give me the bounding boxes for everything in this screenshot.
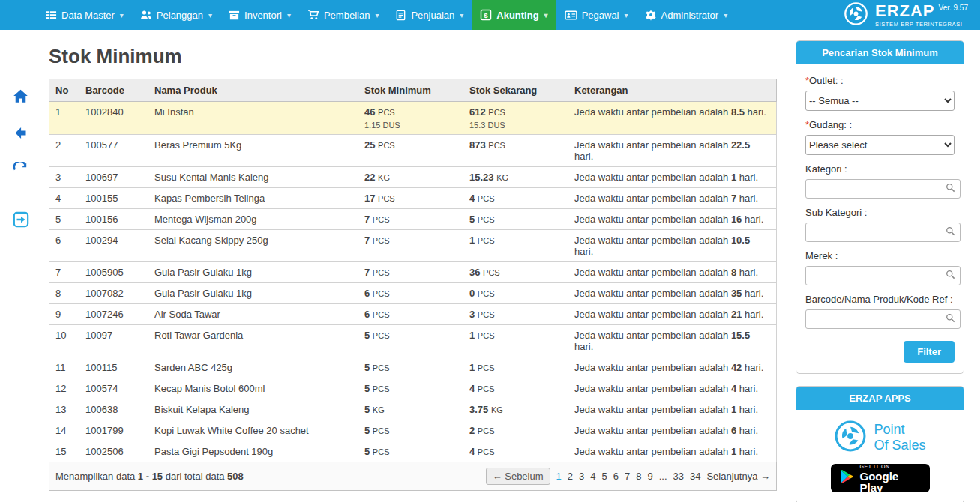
table-row[interactable]: 11002840Mi Instan46 PCS1.15 DUS612 PCS15… — [49, 102, 777, 135]
row-product-name: Kecap Manis Botol 600ml — [148, 378, 358, 399]
row-barcode: 100156 — [79, 209, 148, 230]
row-no: 5 — [49, 209, 79, 230]
table-row[interactable]: 13100638Biskuit Kelapa Kaleng5 KG3.75 KG… — [49, 399, 777, 420]
table-row[interactable]: 5100156Mentega Wijsman 200g7 PCS5 PCSJed… — [49, 209, 777, 230]
row-no: 2 — [49, 135, 79, 167]
pagination-page-8[interactable]: 8 — [636, 471, 641, 482]
column-header-stok-minimum: Stok Minimum — [358, 79, 463, 102]
refresh-icon — [13, 162, 28, 181]
row-product-name: Roti Tawar Gardenia — [148, 325, 358, 357]
barcode-nama-produk-input[interactable] — [811, 313, 946, 326]
table-header-row: NoBarcodeNama ProdukStok MinimumStok Sek… — [49, 79, 777, 102]
row-stock-now: 0 PCS — [463, 283, 568, 304]
row-product-name: Gula Pasir Gulaku 1kg — [148, 283, 358, 304]
row-product-name: Sarden ABC 425g — [148, 357, 358, 378]
table-row[interactable]: 81007082Gula Pasir Gulaku 1kg6 PCS0 PCSJ… — [49, 283, 777, 304]
nav-item-penjualan[interactable]: Penjualan▾ — [387, 0, 472, 30]
chevron-down-icon: ▾ — [208, 11, 212, 19]
column-header-stok-sekarang: Stok Sekarang — [463, 79, 568, 102]
left-toolbar — [0, 30, 41, 502]
chevron-down-icon: ▾ — [287, 11, 291, 19]
sub-kategori-input[interactable] — [811, 226, 946, 239]
outlet-select[interactable]: -- Semua -- — [805, 91, 955, 111]
table-row[interactable]: 2100577Beras Premium 5Kg25 PCS873 PCSJed… — [49, 135, 777, 167]
pagination-page-4[interactable]: 4 — [590, 471, 595, 482]
page-title: Stok Minimum — [49, 45, 777, 68]
row-barcode: 100697 — [79, 167, 148, 188]
search-icon — [946, 182, 955, 196]
row-barcode: 1002506 — [79, 441, 148, 462]
table-row[interactable]: 71005905Gula Pasir Gulaku 1kg7 PCS36 PCS… — [49, 262, 777, 283]
pagination-next-button[interactable]: Selanjutnya → — [706, 471, 770, 482]
google-play-badge[interactable]: GET IT ON Google Play — [831, 464, 930, 492]
table-row[interactable]: 6100294Selai Kacang Skippy 250g7 PCS1 PC… — [49, 230, 777, 262]
table-row[interactable]: 3100697Susu Kental Manis Kaleng22 KG15.2… — [49, 167, 777, 188]
pagination-page-33[interactable]: 33 — [673, 471, 684, 482]
document-icon — [395, 10, 406, 21]
row-note: Jeda waktu antar pembelian adalah 7 hari… — [568, 188, 777, 209]
nav-item-pembelian[interactable]: Pembelian▾ — [299, 0, 387, 30]
pagination-prev-button[interactable]: ← Sebelum — [486, 468, 550, 485]
users-icon — [140, 9, 152, 21]
svg-text:$: $ — [484, 11, 489, 19]
row-note: Jeda waktu antar pembelian adalah 8.5 ha… — [568, 102, 777, 135]
table-summary: Menampilkan data 1 - 15 dari total data … — [55, 471, 244, 482]
pagination-page-3[interactable]: 3 — [579, 471, 584, 482]
pagination-page-9[interactable]: 9 — [647, 471, 652, 482]
kategori-input[interactable] — [811, 183, 946, 196]
table-row[interactable]: 12100574Kecap Manis Botol 600ml5 PCS4 PC… — [49, 378, 777, 399]
nav-item-label: Pegawai — [582, 10, 619, 21]
idcard-icon — [565, 9, 577, 22]
pagination-page-1[interactable]: 1 — [556, 471, 562, 482]
pagination-page-2[interactable]: 2 — [568, 471, 573, 482]
pagination-page-5[interactable]: 5 — [601, 471, 607, 482]
row-no: 10 — [49, 325, 79, 357]
apps-panel: ERZAP APPS Point Of Sales G — [796, 386, 964, 502]
table-row[interactable]: 141001799Kopi Luwak White Coffee 20 sach… — [49, 420, 777, 441]
row-note: Jeda waktu antar pembelian adalah 16 har… — [568, 209, 777, 230]
cart-icon — [307, 9, 319, 21]
logout-button[interactable] — [13, 211, 29, 231]
pos-logo-icon — [834, 420, 867, 456]
row-product-name: Gula Pasir Gulaku 1kg — [148, 262, 358, 283]
box-icon — [229, 10, 240, 21]
table-row[interactable]: 11100115Sarden ABC 425g5 PCS1 PCSJeda wa… — [49, 357, 777, 378]
merek-input[interactable] — [811, 270, 946, 282]
nav-item-label: Inventori — [244, 10, 282, 21]
row-no: 9 — [49, 304, 79, 325]
nav-item-akunting[interactable]: $Akunting▾ — [472, 0, 556, 30]
home-button[interactable] — [13, 88, 28, 107]
table-row[interactable]: 151002506Pasta Gigi Pepsodent 190g5 PCS4… — [49, 441, 777, 462]
pagination-page-34[interactable]: 34 — [690, 471, 700, 482]
brand-tagline: SISTEM ERP TERINTEGRASI — [875, 22, 968, 28]
pagination-page-6[interactable]: 6 — [613, 471, 619, 482]
search-icon — [946, 226, 955, 239]
row-barcode: 10097 — [79, 325, 148, 357]
refresh-button[interactable] — [13, 162, 28, 181]
gudang-select[interactable]: Please select — [805, 135, 955, 155]
table-row[interactable]: 1010097Roti Tawar Gardenia5 PCS1 PCSJeda… — [49, 325, 777, 357]
back-button[interactable] — [13, 125, 28, 144]
field-label-merek: Merek : — [805, 250, 955, 261]
table-row[interactable]: 91007246Air Soda Tawar6 PCS3 PCSJeda wak… — [49, 304, 777, 325]
row-barcode: 100574 — [79, 378, 148, 399]
nav-item-inventori[interactable]: Inventori▾ — [220, 0, 299, 30]
nav-item-label: Administrator — [661, 10, 719, 21]
nav-item-administrator[interactable]: Administrator▾ — [637, 0, 736, 30]
filter-button[interactable]: Filter — [904, 341, 955, 363]
nav-item-data-master[interactable]: Data Master▾ — [37, 0, 132, 30]
table-row[interactable]: 4100155Kapas Pembersih Telinga17 PCS4 PC… — [49, 188, 777, 209]
nav-item-pelanggan[interactable]: Pelanggan▾ — [132, 0, 220, 30]
column-header-no: No — [49, 79, 79, 102]
pagination: ← Sebelum123456789...3334Selanjutnya → — [486, 468, 770, 485]
toolbar-divider — [7, 196, 35, 196]
nav-item-pegawai[interactable]: Pegawai▾ — [556, 0, 637, 30]
row-barcode: 100294 — [79, 230, 148, 262]
row-barcode: 1001799 — [79, 420, 148, 441]
search-panel: Pencarian Stok Minimum *Outlet: :-- Semu… — [796, 40, 964, 374]
search-panel-body: *Outlet: :-- Semua --*Gudang: :Please se… — [796, 64, 964, 373]
row-no: 14 — [49, 420, 79, 441]
row-note: Jeda waktu antar pembelian adalah 35 har… — [568, 283, 777, 304]
pagination-page-7[interactable]: 7 — [625, 471, 630, 482]
row-no: 6 — [49, 230, 79, 262]
